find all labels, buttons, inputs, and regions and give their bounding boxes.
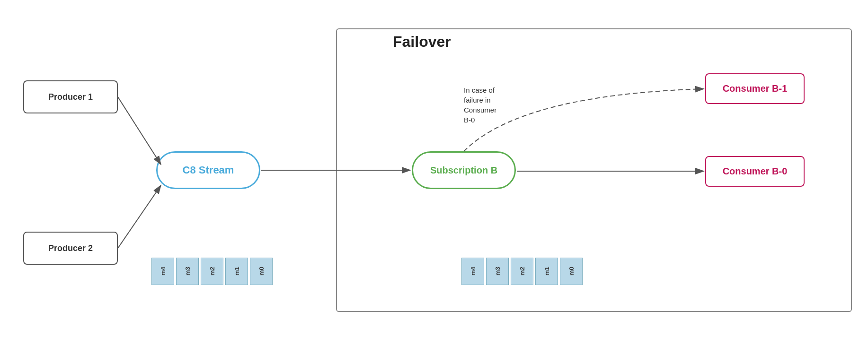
message-queue-2: m4 m3 m2 m1 m0 <box>461 258 583 285</box>
msg-block-m0: m0 <box>250 258 273 285</box>
c8stream-label: C8 Stream <box>183 164 234 176</box>
consumer-b0-box: Consumer B-0 <box>705 156 805 187</box>
msg-block2-m4: m4 <box>461 258 484 285</box>
consumer-b1-box: Consumer B-1 <box>705 73 805 104</box>
producer2-box: Producer 2 <box>23 232 118 265</box>
msg-block-m2: m2 <box>201 258 223 285</box>
subscription-pill: Subscription B <box>412 151 516 189</box>
msg-block2-m0: m0 <box>560 258 583 285</box>
message-queue-1: m4 m3 m2 m1 m0 <box>151 258 273 285</box>
producer2-label: Producer 2 <box>48 243 93 253</box>
diagram-container: Failover Producer 1 Producer 2 C8 Stream… <box>0 0 868 347</box>
consumer-b1-label: Consumer B-1 <box>723 83 788 94</box>
subscription-label: Subscription B <box>430 165 497 176</box>
svg-line-2 <box>118 97 161 165</box>
consumer-b0-label: Consumer B-0 <box>723 166 788 177</box>
msg-block2-m1: m1 <box>535 258 558 285</box>
failover-title: Failover <box>393 33 451 51</box>
msg-block2-m3: m3 <box>486 258 509 285</box>
annotation-text: In case offailure inConsumerB-0 <box>464 85 496 125</box>
producer1-box: Producer 1 <box>23 80 118 113</box>
msg-block-m3: m3 <box>176 258 199 285</box>
msg-block-m1: m1 <box>225 258 248 285</box>
msg-block2-m2: m2 <box>511 258 533 285</box>
msg-block-m4: m4 <box>151 258 174 285</box>
svg-line-3 <box>118 185 161 248</box>
producer1-label: Producer 1 <box>48 92 93 102</box>
c8stream-pill: C8 Stream <box>156 151 260 189</box>
